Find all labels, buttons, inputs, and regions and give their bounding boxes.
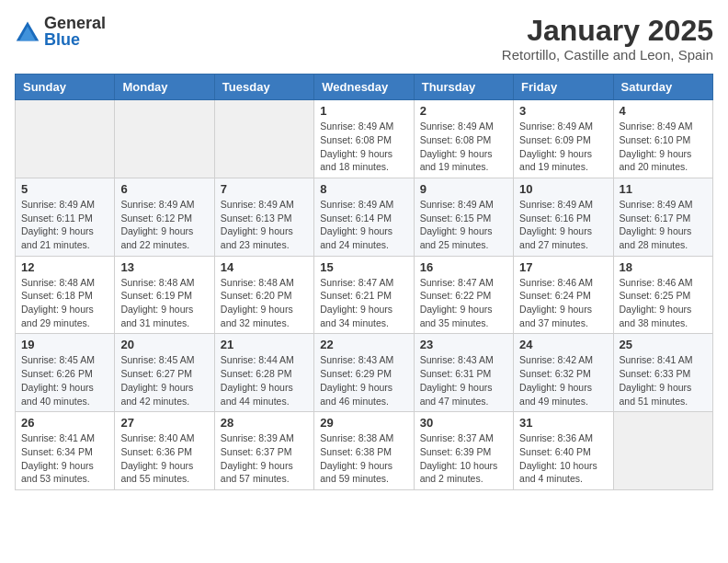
day-info: Sunrise: 8:49 AM Sunset: 6:11 PM Dayligh… xyxy=(21,198,108,252)
calendar-day-cell: 11Sunrise: 8:49 AM Sunset: 6:17 PM Dayli… xyxy=(613,178,712,256)
weekday-header: Thursday xyxy=(414,75,513,100)
day-info: Sunrise: 8:49 AM Sunset: 6:08 PM Dayligh… xyxy=(320,120,407,174)
calendar-day-cell: 5Sunrise: 8:49 AM Sunset: 6:11 PM Daylig… xyxy=(16,178,115,256)
day-info: Sunrise: 8:49 AM Sunset: 6:10 PM Dayligh… xyxy=(620,120,707,174)
day-number: 26 xyxy=(21,416,108,430)
calendar-day-cell: 31Sunrise: 8:36 AM Sunset: 6:40 PM Dayli… xyxy=(514,412,613,490)
calendar-day-cell: 19Sunrise: 8:45 AM Sunset: 6:26 PM Dayli… xyxy=(16,334,115,412)
day-info: Sunrise: 8:49 AM Sunset: 6:17 PM Dayligh… xyxy=(620,198,707,252)
calendar-day-cell: 13Sunrise: 8:48 AM Sunset: 6:19 PM Dayli… xyxy=(115,256,214,334)
calendar-day-cell: 12Sunrise: 8:48 AM Sunset: 6:18 PM Dayli… xyxy=(16,256,115,334)
day-number: 11 xyxy=(620,182,707,196)
day-number: 1 xyxy=(320,104,407,118)
calendar-day-cell xyxy=(214,100,313,178)
calendar-day-cell: 23Sunrise: 8:43 AM Sunset: 6:31 PM Dayli… xyxy=(414,334,513,412)
calendar-day-cell: 4Sunrise: 8:49 AM Sunset: 6:10 PM Daylig… xyxy=(613,100,712,178)
day-number: 9 xyxy=(420,182,507,196)
day-number: 16 xyxy=(420,260,507,274)
day-number: 25 xyxy=(620,338,707,351)
day-info: Sunrise: 8:39 AM Sunset: 6:37 PM Dayligh… xyxy=(221,431,308,486)
calendar-day-cell: 20Sunrise: 8:45 AM Sunset: 6:27 PM Dayli… xyxy=(115,334,214,412)
day-info: Sunrise: 8:46 AM Sunset: 6:24 PM Dayligh… xyxy=(519,276,607,330)
day-info: Sunrise: 8:41 AM Sunset: 6:33 PM Dayligh… xyxy=(620,353,707,408)
weekday-header: Wednesday xyxy=(314,75,414,100)
calendar-day-cell xyxy=(16,100,115,178)
title-block: January 2025 Retortillo, Castille and Le… xyxy=(502,15,713,63)
day-info: Sunrise: 8:47 AM Sunset: 6:22 PM Dayligh… xyxy=(420,276,507,330)
day-info: Sunrise: 8:49 AM Sunset: 6:16 PM Dayligh… xyxy=(519,198,607,252)
calendar-week-row: 12Sunrise: 8:48 AM Sunset: 6:18 PM Dayli… xyxy=(16,256,713,334)
calendar-week-row: 26Sunrise: 8:41 AM Sunset: 6:34 PM Dayli… xyxy=(16,412,713,490)
day-info: Sunrise: 8:49 AM Sunset: 6:09 PM Dayligh… xyxy=(519,120,607,174)
calendar-day-cell: 6Sunrise: 8:49 AM Sunset: 6:12 PM Daylig… xyxy=(115,178,214,256)
weekday-header: Friday xyxy=(514,75,613,100)
day-number: 4 xyxy=(620,104,707,118)
day-info: Sunrise: 8:48 AM Sunset: 6:20 PM Dayligh… xyxy=(221,276,308,330)
calendar-day-cell: 29Sunrise: 8:38 AM Sunset: 6:38 PM Dayli… xyxy=(314,412,414,490)
calendar-day-cell: 9Sunrise: 8:49 AM Sunset: 6:15 PM Daylig… xyxy=(414,178,513,256)
calendar-day-cell: 27Sunrise: 8:40 AM Sunset: 6:36 PM Dayli… xyxy=(115,412,214,490)
day-info: Sunrise: 8:43 AM Sunset: 6:31 PM Dayligh… xyxy=(420,353,507,408)
day-number: 21 xyxy=(221,338,308,351)
calendar-day-cell: 17Sunrise: 8:46 AM Sunset: 6:24 PM Dayli… xyxy=(514,256,613,334)
day-number: 7 xyxy=(221,182,308,196)
calendar-day-cell: 24Sunrise: 8:42 AM Sunset: 6:32 PM Dayli… xyxy=(514,334,613,412)
calendar-day-cell: 10Sunrise: 8:49 AM Sunset: 6:16 PM Dayli… xyxy=(514,178,613,256)
day-number: 6 xyxy=(120,182,208,196)
weekday-header: Sunday xyxy=(16,75,115,100)
logo: General Blue xyxy=(15,15,106,48)
calendar-day-cell: 16Sunrise: 8:47 AM Sunset: 6:22 PM Dayli… xyxy=(414,256,513,334)
day-number: 31 xyxy=(519,416,607,430)
day-info: Sunrise: 8:49 AM Sunset: 6:14 PM Dayligh… xyxy=(320,198,407,252)
page-subtitle: Retortillo, Castille and Leon, Spain xyxy=(502,47,713,63)
calendar-day-cell: 2Sunrise: 8:49 AM Sunset: 6:08 PM Daylig… xyxy=(414,100,513,178)
calendar-header-row: SundayMondayTuesdayWednesdayThursdayFrid… xyxy=(16,75,713,100)
day-info: Sunrise: 8:48 AM Sunset: 6:18 PM Dayligh… xyxy=(21,276,108,330)
calendar-table: SundayMondayTuesdayWednesdayThursdayFrid… xyxy=(15,74,713,490)
day-number: 19 xyxy=(21,338,108,351)
day-number: 20 xyxy=(120,338,208,351)
calendar-day-cell: 30Sunrise: 8:37 AM Sunset: 6:39 PM Dayli… xyxy=(414,412,513,490)
day-info: Sunrise: 8:41 AM Sunset: 6:34 PM Dayligh… xyxy=(21,431,108,486)
calendar-day-cell: 3Sunrise: 8:49 AM Sunset: 6:09 PM Daylig… xyxy=(514,100,613,178)
weekday-header: Saturday xyxy=(613,75,712,100)
day-number: 28 xyxy=(221,416,308,430)
logo-icon xyxy=(15,18,40,44)
day-info: Sunrise: 8:36 AM Sunset: 6:40 PM Dayligh… xyxy=(519,431,607,486)
day-number: 23 xyxy=(420,338,507,351)
day-number: 24 xyxy=(519,338,607,351)
day-number: 12 xyxy=(21,260,108,274)
day-number: 17 xyxy=(519,260,607,274)
day-number: 30 xyxy=(420,416,507,430)
calendar-week-row: 1Sunrise: 8:49 AM Sunset: 6:08 PM Daylig… xyxy=(16,100,713,178)
day-info: Sunrise: 8:37 AM Sunset: 6:39 PM Dayligh… xyxy=(420,431,507,486)
day-number: 18 xyxy=(620,260,707,274)
calendar-week-row: 19Sunrise: 8:45 AM Sunset: 6:26 PM Dayli… xyxy=(16,334,713,412)
calendar-day-cell: 21Sunrise: 8:44 AM Sunset: 6:28 PM Dayli… xyxy=(214,334,313,412)
weekday-header: Monday xyxy=(115,75,214,100)
day-info: Sunrise: 8:49 AM Sunset: 6:12 PM Dayligh… xyxy=(120,198,208,252)
day-number: 27 xyxy=(120,416,208,430)
day-info: Sunrise: 8:49 AM Sunset: 6:08 PM Dayligh… xyxy=(420,120,507,174)
page-title: January 2025 xyxy=(502,15,713,47)
day-info: Sunrise: 8:49 AM Sunset: 6:13 PM Dayligh… xyxy=(221,198,308,252)
day-info: Sunrise: 8:48 AM Sunset: 6:19 PM Dayligh… xyxy=(120,276,208,330)
calendar-day-cell: 8Sunrise: 8:49 AM Sunset: 6:14 PM Daylig… xyxy=(314,178,414,256)
day-number: 14 xyxy=(221,260,308,274)
day-number: 8 xyxy=(320,182,407,196)
day-number: 13 xyxy=(120,260,208,274)
day-info: Sunrise: 8:43 AM Sunset: 6:29 PM Dayligh… xyxy=(320,353,407,408)
calendar-day-cell: 15Sunrise: 8:47 AM Sunset: 6:21 PM Dayli… xyxy=(314,256,414,334)
day-info: Sunrise: 8:40 AM Sunset: 6:36 PM Dayligh… xyxy=(120,431,208,486)
calendar-week-row: 5Sunrise: 8:49 AM Sunset: 6:11 PM Daylig… xyxy=(16,178,713,256)
page-header: General Blue January 2025 Retortillo, Ca… xyxy=(15,15,713,63)
calendar-day-cell xyxy=(613,412,712,490)
day-info: Sunrise: 8:45 AM Sunset: 6:27 PM Dayligh… xyxy=(120,353,208,408)
calendar-day-cell: 1Sunrise: 8:49 AM Sunset: 6:08 PM Daylig… xyxy=(314,100,414,178)
calendar-day-cell: 26Sunrise: 8:41 AM Sunset: 6:34 PM Dayli… xyxy=(16,412,115,490)
day-info: Sunrise: 8:47 AM Sunset: 6:21 PM Dayligh… xyxy=(320,276,407,330)
day-number: 5 xyxy=(21,182,108,196)
weekday-header: Tuesday xyxy=(214,75,313,100)
logo-text: General Blue xyxy=(44,15,106,48)
day-info: Sunrise: 8:44 AM Sunset: 6:28 PM Dayligh… xyxy=(221,353,308,408)
